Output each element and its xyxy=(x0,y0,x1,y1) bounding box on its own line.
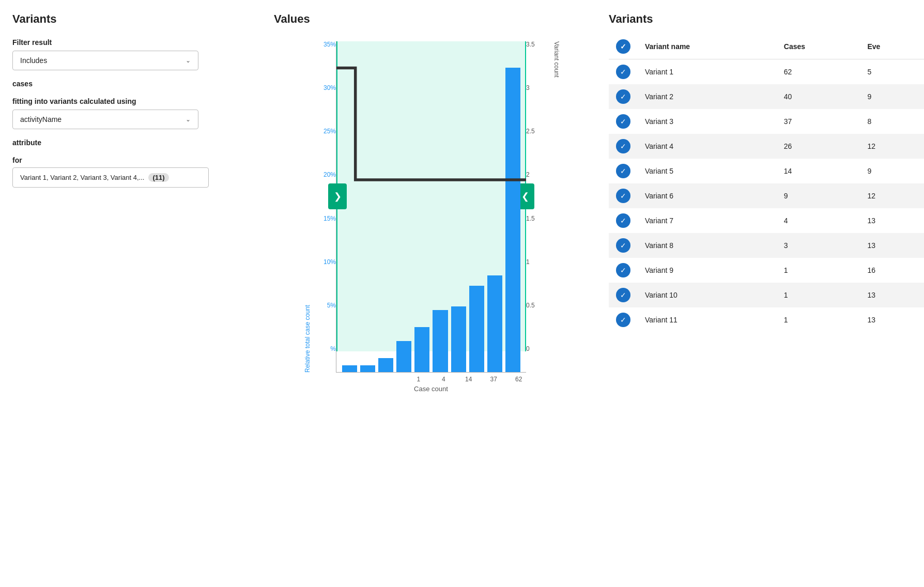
bar-1 xyxy=(360,365,375,372)
fitting-select[interactable]: activityName ⌄ xyxy=(12,110,198,129)
table-row: ✓Variant 6912 xyxy=(609,183,924,208)
row-name-7: Variant 8 xyxy=(638,233,777,258)
row-check-9[interactable]: ✓ xyxy=(609,283,638,307)
row-events-9: 13 xyxy=(860,283,924,307)
variants-table: ✓ Variant name Cases Eve ✓Variant 1625✓V… xyxy=(609,34,924,332)
check-circle-icon-9: ✓ xyxy=(616,288,630,302)
x-tick-1c xyxy=(381,376,406,383)
y-tick-20: 20% xyxy=(324,172,336,178)
col-header-cases: Cases xyxy=(777,34,860,59)
row-check-5[interactable]: ✓ xyxy=(609,183,638,208)
row-check-3[interactable]: ✓ xyxy=(609,134,638,159)
x-tick-37: 37 xyxy=(481,376,506,383)
y-tick-5: 5% xyxy=(327,302,336,308)
row-cases-6: 4 xyxy=(777,208,860,233)
x-tick-14: 14 xyxy=(456,376,482,383)
chart-area: Relative total case count 35% 30% 25% 20… xyxy=(302,41,560,393)
y-tick-30: 30% xyxy=(324,85,336,91)
bar-9 xyxy=(505,68,520,372)
right-panel: Variants ✓ Variant name Cases Eve ✓Varia… xyxy=(604,12,924,587)
row-check-0[interactable]: ✓ xyxy=(609,59,638,85)
y-right-tick-05: 0.5 xyxy=(526,302,535,308)
center-title: Values xyxy=(274,12,588,26)
row-name-9: Variant 10 xyxy=(638,283,777,307)
filter-result-value: Includes xyxy=(20,56,47,65)
y-tick-0: % xyxy=(330,346,336,352)
check-circle-icon-4: ✓ xyxy=(616,164,630,178)
col-header-check: ✓ xyxy=(609,34,638,59)
filter-result-select[interactable]: Includes ⌄ xyxy=(12,51,198,70)
row-cases-0: 62 xyxy=(777,59,860,85)
check-circle-icon-10: ✓ xyxy=(616,313,630,327)
table-row: ✓Variant 3378 xyxy=(609,109,924,134)
row-cases-5: 9 xyxy=(777,183,860,208)
row-check-1[interactable]: ✓ xyxy=(609,84,638,109)
bar-7 xyxy=(469,286,484,372)
x-tick-4: 4 xyxy=(431,376,456,383)
right-title: Variants xyxy=(609,12,924,26)
left-panel-title: Variants xyxy=(12,12,246,26)
bars-container xyxy=(336,41,526,372)
x-axis-label: Case count xyxy=(302,385,560,393)
y-right-tick-15: 1.5 xyxy=(526,215,535,222)
row-check-4[interactable]: ✓ xyxy=(609,159,638,183)
bar-3 xyxy=(396,341,411,372)
row-name-1: Variant 2 xyxy=(638,84,777,109)
y-tick-10: 10% xyxy=(324,259,336,265)
row-events-10: 13 xyxy=(860,307,924,332)
row-cases-8: 1 xyxy=(777,258,860,283)
cases-label: cases xyxy=(12,80,246,88)
row-name-6: Variant 7 xyxy=(638,208,777,233)
bar-8 xyxy=(487,275,502,372)
check-circle-icon-1: ✓ xyxy=(616,89,630,104)
y-axis-right-label: Variant count xyxy=(551,41,560,373)
row-check-7[interactable]: ✓ xyxy=(609,233,638,258)
row-check-6[interactable]: ✓ xyxy=(609,208,638,233)
row-check-8[interactable]: ✓ xyxy=(609,258,638,283)
row-check-10[interactable]: ✓ xyxy=(609,307,638,332)
y-right-tick-3: 3 xyxy=(526,85,530,91)
x-tick-1b xyxy=(356,376,381,383)
chart-container: Relative total case count 35% 30% 25% 20… xyxy=(302,41,560,393)
bar-5 xyxy=(433,310,448,372)
x-tick-1a xyxy=(331,376,356,383)
y-tick-25: 25% xyxy=(324,128,336,134)
fitting-label: fitting into variants calculated using xyxy=(12,97,246,105)
bar-6 xyxy=(451,306,466,372)
check-circle-icon-2: ✓ xyxy=(616,114,630,129)
col-header-events: Eve xyxy=(860,34,924,59)
row-name-3: Variant 4 xyxy=(638,134,777,159)
row-events-7: 13 xyxy=(860,233,924,258)
row-cases-3: 26 xyxy=(777,134,860,159)
attribute-label: attribute xyxy=(12,138,246,147)
variants-list-text: Variant 1, Variant 2, Variant 3, Variant… xyxy=(20,174,144,181)
row-events-0: 5 xyxy=(860,59,924,85)
x-tick-62: 62 xyxy=(506,376,532,383)
variants-for-pill[interactable]: Variant 1, Variant 2, Variant 3, Variant… xyxy=(12,167,209,188)
bar-2 xyxy=(378,358,393,372)
x-tick-1: 1 xyxy=(406,376,432,383)
for-label: for xyxy=(12,156,246,164)
filter-result-chevron-icon: ⌄ xyxy=(186,57,191,64)
y-tick-15: 15% xyxy=(324,215,336,222)
table-row: ✓Variant 11113 xyxy=(609,307,924,332)
fitting-value: activityName xyxy=(20,115,61,123)
y-right-tick-2: 2 xyxy=(526,172,530,178)
row-cases-2: 37 xyxy=(777,109,860,134)
y-right-tick-0: 0 xyxy=(526,346,530,352)
row-name-0: Variant 1 xyxy=(638,59,777,85)
row-cases-1: 40 xyxy=(777,84,860,109)
row-check-2[interactable]: ✓ xyxy=(609,109,638,134)
y-axis-left-label: Relative total case count xyxy=(302,41,311,373)
y-tick-35: 35% xyxy=(324,41,336,48)
table-row: ✓Variant 7413 xyxy=(609,208,924,233)
filter-result-label: Filter result xyxy=(12,38,246,47)
row-cases-9: 1 xyxy=(777,283,860,307)
row-events-2: 8 xyxy=(860,109,924,134)
col-header-name: Variant name xyxy=(638,34,777,59)
check-circle-icon-8: ✓ xyxy=(616,263,630,277)
variants-count-badge: (11) xyxy=(148,173,168,182)
check-circle-icon-3: ✓ xyxy=(616,139,630,153)
row-name-4: Variant 5 xyxy=(638,159,777,183)
row-events-1: 9 xyxy=(860,84,924,109)
